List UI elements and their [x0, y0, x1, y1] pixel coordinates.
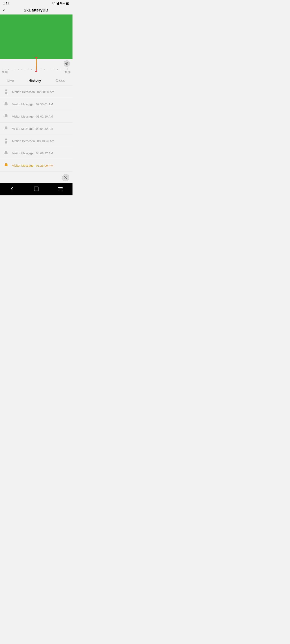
bell-icon	[3, 101, 9, 107]
bell-icon	[3, 114, 9, 119]
status-icons: 98%	[52, 2, 69, 5]
bell-icon-active	[3, 162, 9, 168]
back-button[interactable]: ‹	[3, 8, 5, 13]
close-button[interactable]	[62, 174, 69, 181]
status-bar: 1:21 98%	[0, 0, 73, 6]
svg-rect-2	[66, 2, 69, 4]
bell-icon	[3, 150, 9, 156]
zoom-button[interactable]	[64, 60, 70, 67]
close-btn-area	[0, 172, 73, 183]
nav-back-button[interactable]	[8, 186, 16, 192]
battery-percent: 98%	[60, 2, 65, 5]
timeline-cursor	[35, 57, 38, 72]
tab-bar: Live History Cloud	[0, 75, 73, 86]
cursor-triangle-top	[35, 57, 38, 59]
home-square-icon	[34, 186, 39, 191]
event-item[interactable]: Motion Detection 03:13:26 AM	[0, 135, 73, 147]
motion-icon	[3, 89, 9, 94]
page-title: 2kBatteryDB	[24, 8, 48, 12]
timeline[interactable]: 13:20 13:30	[0, 59, 73, 75]
event-label: Visitor Message 03:02:10 AM	[12, 115, 69, 118]
svg-point-8	[5, 138, 7, 140]
status-time: 1:21	[3, 2, 9, 5]
event-item[interactable]: Visitor Message 03:04:52 AM	[0, 122, 73, 135]
nav-recents-button[interactable]	[56, 186, 65, 192]
event-label: Visitor Message 02:50:01 AM	[12, 102, 69, 106]
motion-icon	[3, 138, 9, 144]
event-item-highlighted[interactable]: Visitor Message 01:25:09 PM	[0, 160, 73, 172]
signal-icon	[56, 2, 59, 5]
event-label: Visitor Message 04:08:37 AM	[12, 152, 69, 155]
header: ‹ 2kBatteryDB	[0, 6, 73, 14]
cursor-line	[36, 59, 37, 70]
event-label: Motion Detection 03:13:26 AM	[12, 139, 69, 143]
battery-icon	[66, 2, 69, 5]
wifi-icon	[52, 2, 55, 5]
event-label: Motion Detection 02:50:00 AM	[12, 90, 69, 94]
cursor-triangle-bottom	[35, 70, 38, 72]
tab-live[interactable]: Live	[3, 78, 18, 84]
timeline-start-label: 13:20	[2, 71, 8, 73]
bottom-navigation	[0, 183, 73, 196]
video-player[interactable]	[0, 14, 73, 59]
event-item[interactable]: Visitor Message 03:02:10 AM	[0, 110, 73, 122]
tab-cloud[interactable]: Cloud	[52, 78, 69, 84]
recents-icon	[58, 187, 63, 190]
event-item[interactable]: Visitor Message 04:08:37 AM	[0, 147, 73, 160]
svg-line-4	[68, 64, 69, 65]
event-label: Visitor Message 03:04:52 AM	[12, 127, 69, 130]
nav-home-button[interactable]	[32, 186, 40, 192]
event-item[interactable]: Motion Detection 02:50:00 AM	[0, 86, 73, 98]
event-list: Motion Detection 02:50:00 AM Visitor Mes…	[0, 86, 73, 183]
event-item[interactable]: Visitor Message 02:50:01 AM	[0, 98, 73, 110]
event-label: Visitor Message 01:25:09 PM	[12, 164, 69, 167]
svg-rect-1	[69, 3, 69, 4]
svg-point-7	[5, 89, 7, 91]
tab-history[interactable]: History	[25, 78, 45, 84]
bell-icon	[3, 126, 9, 132]
timeline-end-label: 13:30	[65, 71, 71, 73]
